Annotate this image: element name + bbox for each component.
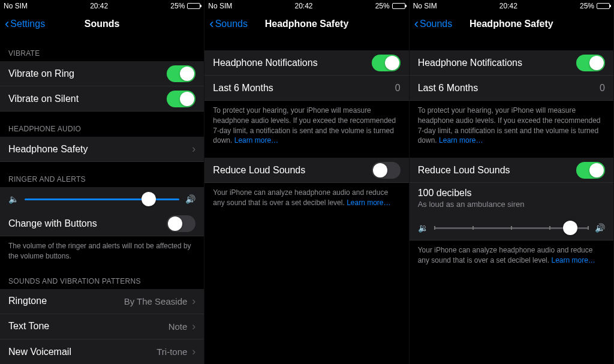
screen-headphone-safety-off: No SIM 20:42 25% ‹ Sounds Headphone Safe… xyxy=(204,0,409,364)
volume-low-icon: 🔈 xyxy=(8,194,19,204)
row-new-voicemail[interactable]: New Voicemail Tri-tone › xyxy=(0,339,204,364)
back-button[interactable]: ‹ Sounds xyxy=(209,17,248,31)
carrier-text: No SIM xyxy=(4,2,28,10)
chevron-right-icon: › xyxy=(192,295,195,308)
ringer-footer-text: The volume of the ringer and alerts will… xyxy=(0,236,204,269)
back-button[interactable]: ‹ Sounds xyxy=(414,17,453,31)
row-decibel-level: 100 decibels As loud as an ambulance sir… xyxy=(410,183,613,216)
carrier-text: No SIM xyxy=(208,2,232,10)
learn-more-link[interactable]: Learn more… xyxy=(551,256,595,264)
row-change-with-buttons[interactable]: Change with Buttons xyxy=(0,211,204,236)
battery-icon xyxy=(597,3,610,9)
battery-icon xyxy=(392,3,405,9)
ringer-volume-slider[interactable] xyxy=(25,198,179,200)
battery-percent: 25% xyxy=(375,2,390,10)
status-bar: No SIM 20:42 25% xyxy=(204,0,408,12)
toggle-reduce-loud-sounds[interactable] xyxy=(576,162,605,179)
learn-more-link[interactable]: Learn more… xyxy=(439,136,483,145)
battery-percent: 25% xyxy=(170,2,185,10)
chevron-left-icon: ‹ xyxy=(209,17,213,31)
row-label: Headphone Notifications xyxy=(418,58,522,68)
row-last-6-months[interactable]: Last 6 Months 0 xyxy=(204,76,408,101)
protect-footer: To protect your hearing, your iPhone wil… xyxy=(410,101,613,153)
row-label: Text Tone xyxy=(8,321,49,332)
decibel-slider-row: 🔉 🔊 xyxy=(410,216,613,240)
row-text-tone[interactable]: Text Tone Note › xyxy=(0,314,204,339)
chevron-right-icon: › xyxy=(192,143,195,155)
chevron-right-icon: › xyxy=(192,345,195,358)
chevron-left-icon: ‹ xyxy=(5,17,9,31)
battery-icon xyxy=(187,3,200,9)
row-label: Vibrate on Ring xyxy=(8,68,74,79)
status-bar: No SIM 20:42 25% xyxy=(0,0,204,12)
nav-bar: ‹ Sounds Headphone Safety xyxy=(410,12,613,36)
back-button[interactable]: ‹ Settings xyxy=(5,17,45,31)
nav-bar: ‹ Sounds Headphone Safety xyxy=(204,12,408,36)
row-headphone-notifications[interactable]: Headphone Notifications xyxy=(410,50,613,76)
volume-low-icon: 🔉 xyxy=(418,223,428,233)
reduce-footer: Your iPhone can analyze headphone audio … xyxy=(204,183,408,215)
toggle-reduce-loud-sounds[interactable] xyxy=(372,162,401,179)
section-header-sounds-patterns: Sounds and Vibration Patterns xyxy=(0,269,204,289)
row-label: Last 6 Months xyxy=(213,83,273,94)
row-headphone-notifications[interactable]: Headphone Notifications xyxy=(204,50,408,76)
volume-high-icon: 🔊 xyxy=(185,194,195,204)
row-reduce-loud-sounds[interactable]: Reduce Loud Sounds xyxy=(410,158,613,183)
learn-more-link[interactable]: Learn more… xyxy=(347,198,390,207)
row-vibrate-on-ring[interactable]: Vibrate on Ring xyxy=(0,61,204,86)
row-label: Reduce Loud Sounds xyxy=(418,165,510,176)
row-last-6-months[interactable]: Last 6 Months 0 xyxy=(410,76,613,101)
row-value: By The Seaside xyxy=(124,296,188,306)
row-label: Last 6 Months xyxy=(418,83,478,94)
status-time: 20:42 xyxy=(499,2,517,10)
row-label: Reduce Loud Sounds xyxy=(213,165,305,176)
section-header-ringer-alerts: Ringer and Alerts xyxy=(0,162,204,187)
toggle-headphone-notifications[interactable] xyxy=(372,55,401,71)
row-vibrate-on-silent[interactable]: Vibrate on Silent xyxy=(0,86,204,112)
row-headphone-safety[interactable]: Headphone Safety › xyxy=(0,137,204,162)
row-label: Ringtone xyxy=(8,296,47,306)
row-label: Vibrate on Silent xyxy=(8,94,79,104)
row-value: Note xyxy=(168,321,188,332)
status-bar: No SIM 20:42 25% xyxy=(410,0,613,12)
chevron-left-icon: ‹ xyxy=(414,17,419,31)
decibel-slider[interactable] xyxy=(434,227,589,229)
row-label: Change with Buttons xyxy=(8,218,97,229)
chevron-right-icon: › xyxy=(192,320,195,333)
toggle-headphone-notifications[interactable] xyxy=(576,55,605,71)
volume-high-icon: 🔊 xyxy=(595,223,605,233)
back-label: Sounds xyxy=(420,19,452,29)
row-value: 0 xyxy=(600,83,605,94)
battery-percent: 25% xyxy=(580,2,594,10)
row-ringtone[interactable]: Ringtone By The Seaside › xyxy=(0,289,204,314)
status-time: 20:42 xyxy=(90,2,108,10)
back-label: Settings xyxy=(10,19,45,29)
section-header-headphone-audio: Headphone Audio xyxy=(0,112,204,137)
toggle-vibrate-on-ring[interactable] xyxy=(167,65,195,82)
learn-more-link[interactable]: Learn more… xyxy=(234,136,278,145)
toggle-vibrate-on-silent[interactable] xyxy=(167,91,195,107)
row-value: 0 xyxy=(395,83,401,94)
carrier-text: No SIM xyxy=(413,2,437,10)
decibel-value: 100 decibels xyxy=(418,188,605,198)
protect-footer: To protect your hearing, your iPhone wil… xyxy=(204,101,408,153)
ringer-volume-slider-row: 🔈 🔊 xyxy=(0,187,204,211)
reduce-footer: Your iPhone can analyze headphone audio … xyxy=(410,240,613,273)
row-reduce-loud-sounds[interactable]: Reduce Loud Sounds xyxy=(204,158,408,183)
row-label: Headphone Safety xyxy=(8,144,88,155)
nav-bar: ‹ Settings Sounds xyxy=(0,12,204,36)
status-time: 20:42 xyxy=(294,2,312,10)
toggle-change-with-buttons[interactable] xyxy=(167,215,195,232)
back-label: Sounds xyxy=(215,19,248,29)
row-value: Tri-tone xyxy=(156,347,187,357)
decibel-description: As loud as an ambulance siren xyxy=(418,200,605,209)
screen-headphone-safety-on: No SIM 20:42 25% ‹ Sounds Headphone Safe… xyxy=(410,0,614,364)
screen-sounds: No SIM 20:42 25% ‹ Settings Sounds Vibra… xyxy=(0,0,204,364)
row-label: Headphone Notifications xyxy=(213,58,317,68)
row-label: New Voicemail xyxy=(8,347,71,357)
section-header-vibrate: Vibrate xyxy=(0,36,204,61)
